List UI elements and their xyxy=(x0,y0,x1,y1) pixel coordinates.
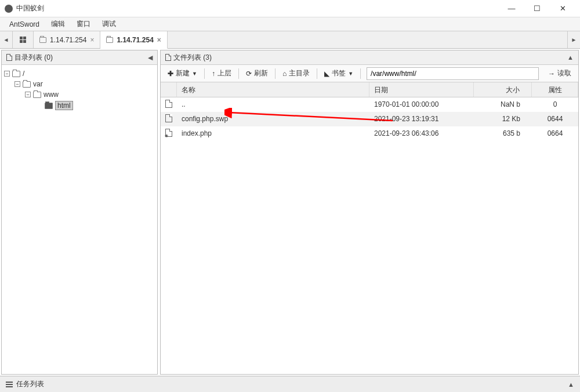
path-input[interactable] xyxy=(367,67,539,80)
bookmark-label: 书签 xyxy=(332,68,346,78)
file-name: .. xyxy=(177,100,369,108)
file-list: .. 1970-01-01 00:00:00 NaN b 0 config.ph… xyxy=(161,97,578,374)
app-icon xyxy=(5,5,13,13)
file-panel-title: 文件列表 (3) xyxy=(173,53,212,63)
tabs-bar: ◄ 1.14.71.254 × 1.14.71.254 × ► xyxy=(0,31,580,49)
folder-icon xyxy=(39,37,46,43)
new-button[interactable]: ✚新建▼ xyxy=(163,66,202,81)
file-date: 1970-01-01 00:00:00 xyxy=(369,100,474,108)
taskbar-collapse-button[interactable]: ▲ xyxy=(568,381,574,388)
tree-label: www xyxy=(44,90,59,99)
folder-icon xyxy=(106,37,113,43)
dropdown-caret-icon: ▼ xyxy=(348,71,353,77)
bookmark-icon: ◣ xyxy=(324,70,329,78)
window-title: 中国蚁剑 xyxy=(16,3,499,13)
tree-node-root[interactable]: − / xyxy=(4,68,155,79)
minimize-button[interactable]: — xyxy=(499,1,524,17)
home-icon: ⌂ xyxy=(282,70,287,78)
tree-node-var[interactable]: − var xyxy=(14,79,155,89)
home-label: 主目录 xyxy=(289,68,310,78)
tree-node-www[interactable]: − www xyxy=(25,89,155,100)
tab-label: 1.14.71.254 xyxy=(50,36,86,44)
directory-panel-header: 目录列表 (0) ◀ xyxy=(2,50,157,65)
file-name: config.php.swp xyxy=(177,115,369,123)
tabs-next-button[interactable]: ► xyxy=(567,31,580,48)
file-attr: 0644 xyxy=(532,115,578,123)
file-date: 2021-09-23 06:43:06 xyxy=(369,129,474,137)
tab-1[interactable]: 1.14.71.254 × xyxy=(34,31,100,48)
directory-panel-title: 目录列表 (0) xyxy=(14,53,53,63)
col-icon-header[interactable] xyxy=(161,82,177,97)
file-icon xyxy=(165,54,171,61)
menu-bar: AntSword 编辑 窗口 调试 xyxy=(0,17,580,31)
col-name-header[interactable]: 名称 xyxy=(177,82,369,97)
tree-toggle[interactable]: − xyxy=(4,71,10,77)
menu-debug[interactable]: 调试 xyxy=(97,18,121,30)
up-label: 上层 xyxy=(217,68,231,78)
directory-tree: − / − var − www xyxy=(2,65,157,115)
main-content: 目录列表 (0) ◀ − / − var − www xyxy=(0,49,580,376)
tree-toggle[interactable]: − xyxy=(25,92,31,97)
close-button[interactable]: ✕ xyxy=(550,1,575,17)
dropdown-caret-icon: ▼ xyxy=(192,71,197,77)
file-size: 635 b xyxy=(474,129,532,137)
home-tab-button[interactable] xyxy=(13,31,34,48)
refresh-icon: ⟳ xyxy=(246,70,252,78)
task-bar-title: 任务列表 xyxy=(16,379,44,389)
menu-antsword[interactable]: AntSword xyxy=(5,19,44,30)
bookmark-button[interactable]: ◣书签▼ xyxy=(320,66,358,81)
php-file-icon xyxy=(165,129,172,137)
maximize-button[interactable]: ☐ xyxy=(524,1,550,17)
tree-label: var xyxy=(33,80,43,88)
task-bar: 任务列表 ▲ xyxy=(0,376,580,392)
grid-icon xyxy=(20,37,26,43)
file-date: 2021-09-23 13:19:31 xyxy=(369,115,474,123)
tab-close-button[interactable]: × xyxy=(157,36,161,44)
file-icon xyxy=(165,100,172,108)
collapse-up-button[interactable]: ▲ xyxy=(567,54,574,61)
col-attr-header[interactable]: 属性 xyxy=(532,82,578,97)
file-icon xyxy=(165,114,172,122)
file-name: index.php xyxy=(177,129,369,137)
file-icon xyxy=(6,54,12,61)
folder-icon xyxy=(23,81,31,88)
tab-label: 1.14.71.254 xyxy=(117,36,153,44)
refresh-button[interactable]: ⟳刷新 xyxy=(241,66,273,81)
directory-panel: 目录列表 (0) ◀ − / − var − www xyxy=(1,50,158,375)
file-grid-header: 名称 日期 大小 属性 xyxy=(161,82,578,97)
tree-toggle[interactable]: − xyxy=(14,81,20,87)
tabs-prev-button[interactable]: ◄ xyxy=(0,31,13,48)
plus-icon: ✚ xyxy=(168,70,173,78)
file-size: NaN b xyxy=(474,100,532,108)
file-toolbar: ✚新建▼ ↑上层 ⟳刷新 ⌂主目录 ◣书签▼ →读取 xyxy=(161,65,578,82)
home-button[interactable]: ⌂主目录 xyxy=(278,66,314,81)
folder-icon xyxy=(33,92,41,98)
tab-2[interactable]: 1.14.71.254 × xyxy=(100,31,167,49)
read-label: 读取 xyxy=(557,68,571,78)
tree-label: / xyxy=(23,70,24,78)
up-button[interactable]: ↑上层 xyxy=(207,66,236,81)
file-row[interactable]: config.php.swp 2021-09-23 13:19:31 12 Kb… xyxy=(161,112,578,126)
arrow-up-icon: ↑ xyxy=(212,70,215,78)
menu-edit[interactable]: 编辑 xyxy=(46,18,70,30)
folder-icon xyxy=(45,103,53,109)
file-panel-header: 文件列表 (3) ▲ xyxy=(161,50,578,65)
new-label: 新建 xyxy=(176,68,190,78)
file-size: 12 Kb xyxy=(474,115,532,123)
refresh-label: 刷新 xyxy=(254,68,268,78)
folder-icon xyxy=(12,71,20,77)
col-size-header[interactable]: 大小 xyxy=(474,82,532,97)
tree-node-html[interactable]: html xyxy=(35,100,155,111)
menu-window[interactable]: 窗口 xyxy=(72,18,95,30)
file-attr: 0 xyxy=(532,100,578,108)
file-row[interactable]: .. 1970-01-01 00:00:00 NaN b 0 xyxy=(161,97,578,112)
read-button[interactable]: →读取 xyxy=(543,66,576,81)
collapse-left-button[interactable]: ◀ xyxy=(148,54,153,61)
tab-close-button[interactable]: × xyxy=(90,36,94,44)
col-date-header[interactable]: 日期 xyxy=(369,82,474,97)
file-row[interactable]: index.php 2021-09-23 06:43:06 635 b 0664 xyxy=(161,126,578,141)
file-attr: 0664 xyxy=(532,129,578,137)
bars-icon xyxy=(6,382,13,387)
window-controls: — ☐ ✕ xyxy=(499,1,575,17)
file-panel: 文件列表 (3) ▲ ✚新建▼ ↑上层 ⟳刷新 ⌂主目录 ◣书签▼ →读取 名称… xyxy=(160,50,579,375)
